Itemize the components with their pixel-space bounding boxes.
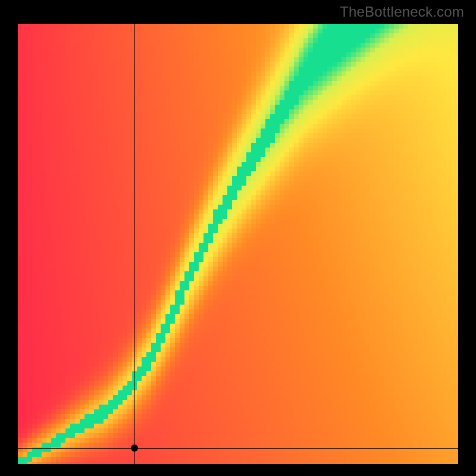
crosshair-marker	[131, 444, 138, 452]
crosshair-horizontal	[18, 448, 458, 449]
heatmap-plot	[18, 24, 458, 464]
crosshair-vertical	[134, 24, 135, 464]
attribution-text: TheBottleneck.com	[340, 4, 464, 20]
chart-stage: TheBottleneck.com	[0, 0, 476, 476]
heatmap-canvas	[18, 24, 458, 464]
